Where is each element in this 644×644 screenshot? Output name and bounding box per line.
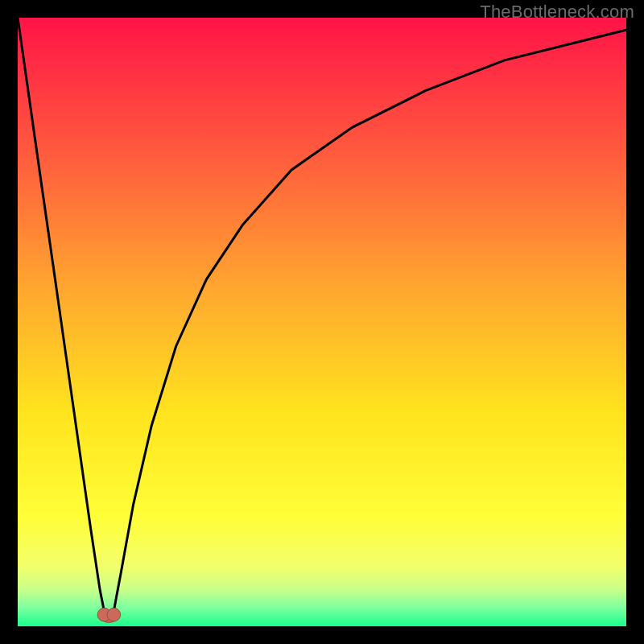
chart-svg bbox=[18, 18, 626, 626]
chart-background bbox=[18, 18, 626, 626]
heart-marker-icon bbox=[97, 608, 121, 622]
watermark-text: TheBottleneck.com bbox=[480, 2, 634, 23]
svg-point-1 bbox=[107, 608, 121, 621]
chart-frame bbox=[18, 18, 626, 626]
